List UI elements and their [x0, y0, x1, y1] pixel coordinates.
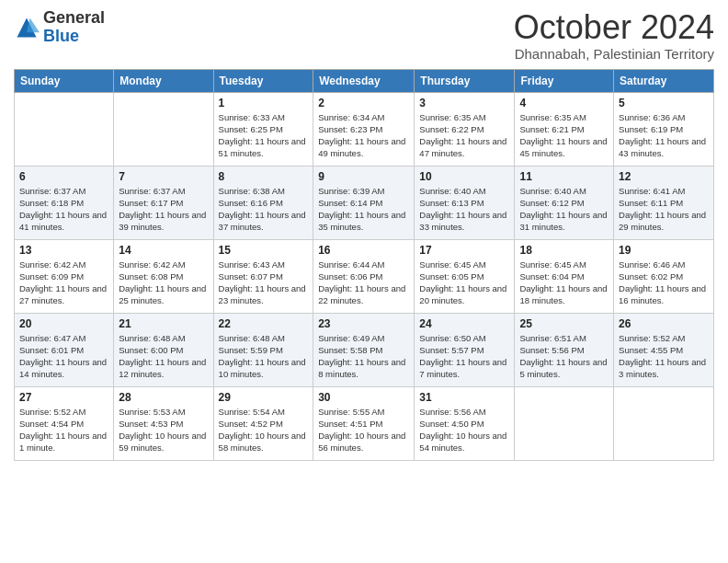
weekday-header-sunday: Sunday: [15, 69, 114, 92]
calendar-cell: 3Sunrise: 6:35 AMSunset: 6:22 PMDaylight…: [415, 92, 515, 166]
day-info: Sunrise: 6:33 AMSunset: 6:25 PMDaylight:…: [219, 111, 309, 160]
logo-general: General: [43, 8, 105, 27]
calendar-cell: 22Sunrise: 6:48 AMSunset: 5:59 PMDayligh…: [213, 313, 313, 386]
day-number: 13: [19, 244, 108, 257]
day-info: Sunrise: 6:42 AMSunset: 6:09 PMDaylight:…: [19, 259, 108, 307]
day-number: 31: [419, 391, 509, 404]
day-info: Sunrise: 6:34 AMSunset: 6:23 PMDaylight:…: [318, 111, 409, 160]
calendar-cell: 9Sunrise: 6:39 AMSunset: 6:14 PMDaylight…: [313, 166, 415, 239]
day-info: Sunrise: 5:55 AMSunset: 4:51 PMDaylight:…: [318, 406, 409, 454]
day-number: 1: [219, 97, 309, 109]
calendar-cell: [614, 386, 714, 460]
calendar-cell: 20Sunrise: 6:47 AMSunset: 6:01 PMDayligh…: [15, 313, 114, 386]
day-number: 7: [119, 170, 208, 183]
day-number: 9: [318, 170, 409, 183]
day-info: Sunrise: 5:54 AMSunset: 4:52 PMDaylight:…: [219, 406, 309, 454]
calendar-cell: 13Sunrise: 6:42 AMSunset: 6:09 PMDayligh…: [15, 239, 114, 313]
title-block: October 2024 Dhannabah, Palestinian Terr…: [514, 9, 714, 62]
day-number: 28: [119, 391, 208, 404]
day-number: 19: [619, 244, 709, 257]
day-info: Sunrise: 6:51 AMSunset: 5:56 PMDaylight:…: [519, 332, 609, 381]
day-number: 3: [419, 97, 509, 109]
day-info: Sunrise: 6:46 AMSunset: 6:02 PMDaylight:…: [619, 259, 709, 307]
location-subtitle: Dhannabah, Palestinian Territory: [514, 46, 714, 62]
calendar-cell: 1Sunrise: 6:33 AMSunset: 6:25 PMDaylight…: [213, 92, 313, 166]
day-number: 26: [619, 317, 709, 330]
weekday-header-wednesday: Wednesday: [313, 69, 415, 92]
week-row-4: 20Sunrise: 6:47 AMSunset: 6:01 PMDayligh…: [15, 313, 714, 386]
day-info: Sunrise: 6:40 AMSunset: 6:12 PMDaylight:…: [519, 185, 609, 234]
header: General Blue October 2024 Dhannabah, Pal…: [14, 9, 714, 62]
day-number: 5: [619, 97, 709, 109]
weekday-header-thursday: Thursday: [415, 69, 515, 92]
day-info: Sunrise: 6:37 AMSunset: 6:17 PMDaylight:…: [119, 185, 208, 234]
calendar-table: SundayMondayTuesdayWednesdayThursdayFrid…: [14, 69, 714, 461]
weekday-header-monday: Monday: [114, 69, 213, 92]
day-info: Sunrise: 6:47 AMSunset: 6:01 PMDaylight:…: [19, 332, 108, 381]
calendar-cell: 29Sunrise: 5:54 AMSunset: 4:52 PMDayligh…: [213, 386, 313, 460]
calendar-cell: 6Sunrise: 6:37 AMSunset: 6:18 PMDaylight…: [15, 166, 114, 239]
weekday-header-friday: Friday: [515, 69, 614, 92]
calendar-cell: 15Sunrise: 6:43 AMSunset: 6:07 PMDayligh…: [213, 239, 313, 313]
calendar-cell: 7Sunrise: 6:37 AMSunset: 6:17 PMDaylight…: [114, 166, 213, 239]
week-row-3: 13Sunrise: 6:42 AMSunset: 6:09 PMDayligh…: [15, 239, 714, 313]
calendar-cell: 30Sunrise: 5:55 AMSunset: 4:51 PMDayligh…: [313, 386, 415, 460]
day-info: Sunrise: 6:42 AMSunset: 6:08 PMDaylight:…: [119, 259, 208, 307]
calendar-cell: 31Sunrise: 5:56 AMSunset: 4:50 PMDayligh…: [415, 386, 515, 460]
day-info: Sunrise: 5:56 AMSunset: 4:50 PMDaylight:…: [419, 406, 509, 454]
day-number: 30: [318, 391, 409, 404]
calendar-cell: 2Sunrise: 6:34 AMSunset: 6:23 PMDaylight…: [313, 92, 415, 166]
day-info: Sunrise: 6:45 AMSunset: 6:04 PMDaylight:…: [519, 259, 609, 307]
logo-text: General Blue: [43, 9, 105, 46]
day-number: 14: [119, 244, 208, 257]
day-info: Sunrise: 6:50 AMSunset: 5:57 PMDaylight:…: [419, 332, 509, 381]
calendar-cell: 17Sunrise: 6:45 AMSunset: 6:05 PMDayligh…: [415, 239, 515, 313]
day-info: Sunrise: 5:52 AMSunset: 4:54 PMDaylight:…: [19, 406, 108, 454]
day-number: 18: [519, 244, 609, 257]
day-number: 16: [318, 244, 409, 257]
day-number: 4: [519, 97, 609, 109]
day-info: Sunrise: 5:52 AMSunset: 4:55 PMDaylight:…: [619, 332, 709, 381]
calendar-cell: 16Sunrise: 6:44 AMSunset: 6:06 PMDayligh…: [313, 239, 415, 313]
day-number: 8: [219, 170, 309, 183]
day-info: Sunrise: 6:39 AMSunset: 6:14 PMDaylight:…: [318, 185, 409, 234]
day-info: Sunrise: 6:43 AMSunset: 6:07 PMDaylight:…: [219, 259, 309, 307]
day-number: 27: [19, 391, 108, 404]
calendar-cell: 8Sunrise: 6:38 AMSunset: 6:16 PMDaylight…: [213, 166, 313, 239]
day-number: 15: [219, 244, 309, 257]
day-number: 20: [19, 317, 108, 330]
month-title: October 2024: [514, 9, 714, 46]
weekday-header-tuesday: Tuesday: [213, 69, 313, 92]
calendar-cell: [15, 92, 114, 166]
day-number: 23: [318, 317, 409, 330]
day-info: Sunrise: 6:44 AMSunset: 6:06 PMDaylight:…: [318, 259, 409, 307]
calendar-cell: 5Sunrise: 6:36 AMSunset: 6:19 PMDaylight…: [614, 92, 714, 166]
calendar-cell: [114, 92, 213, 166]
day-info: Sunrise: 6:40 AMSunset: 6:13 PMDaylight:…: [419, 185, 509, 234]
page: General Blue October 2024 Dhannabah, Pal…: [0, 0, 728, 563]
calendar-cell: 4Sunrise: 6:35 AMSunset: 6:21 PMDaylight…: [515, 92, 614, 166]
day-info: Sunrise: 6:48 AMSunset: 6:00 PMDaylight:…: [119, 332, 208, 381]
day-number: 12: [619, 170, 709, 183]
day-info: Sunrise: 6:45 AMSunset: 6:05 PMDaylight:…: [419, 259, 509, 307]
calendar-cell: 10Sunrise: 6:40 AMSunset: 6:13 PMDayligh…: [415, 166, 515, 239]
calendar-cell: 27Sunrise: 5:52 AMSunset: 4:54 PMDayligh…: [15, 386, 114, 460]
day-info: Sunrise: 6:49 AMSunset: 5:58 PMDaylight:…: [318, 332, 409, 381]
day-number: 11: [519, 170, 609, 183]
calendar-cell: 23Sunrise: 6:49 AMSunset: 5:58 PMDayligh…: [313, 313, 415, 386]
day-info: Sunrise: 5:53 AMSunset: 4:53 PMDaylight:…: [119, 406, 208, 454]
weekday-header-row: SundayMondayTuesdayWednesdayThursdayFrid…: [15, 69, 714, 92]
calendar-cell: 18Sunrise: 6:45 AMSunset: 6:04 PMDayligh…: [515, 239, 614, 313]
logo-icon: [14, 15, 40, 40]
week-row-1: 1Sunrise: 6:33 AMSunset: 6:25 PMDaylight…: [15, 92, 714, 166]
logo-blue: Blue: [43, 27, 79, 45]
svg-marker-1: [27, 17, 40, 32]
day-info: Sunrise: 6:48 AMSunset: 5:59 PMDaylight:…: [219, 332, 309, 381]
day-number: 21: [119, 317, 208, 330]
day-number: 2: [318, 97, 409, 109]
calendar-cell: [515, 386, 614, 460]
day-info: Sunrise: 6:41 AMSunset: 6:11 PMDaylight:…: [619, 185, 709, 234]
logo: General Blue: [14, 9, 105, 46]
calendar-cell: 24Sunrise: 6:50 AMSunset: 5:57 PMDayligh…: [415, 313, 515, 386]
day-number: 22: [219, 317, 309, 330]
